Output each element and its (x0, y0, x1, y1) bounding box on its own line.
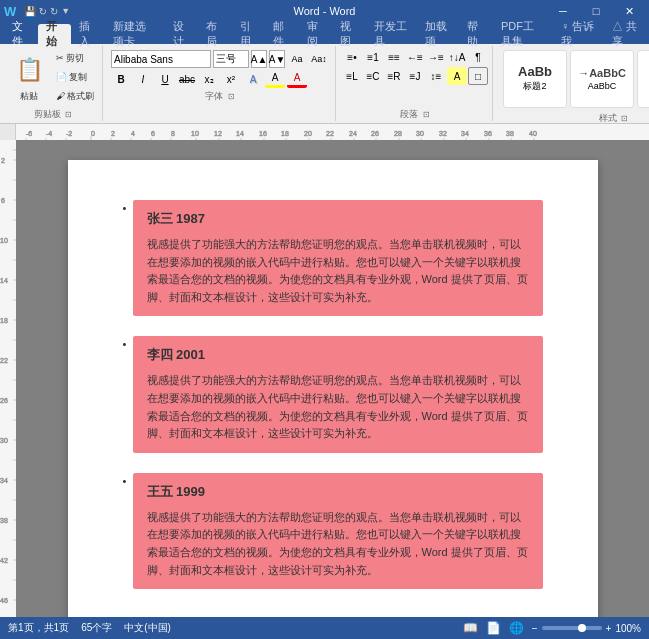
tab-share[interactable]: △ 共享 (604, 24, 649, 44)
line-spacing-button[interactable]: ↕≡ (426, 67, 446, 85)
show-marks-button[interactable]: ¶ (468, 48, 488, 66)
save-icon[interactable]: 💾 (24, 6, 36, 17)
increase-indent-button[interactable]: →≡ (426, 48, 446, 66)
svg-text:10: 10 (191, 130, 199, 137)
zoom-in-button[interactable]: + (606, 623, 612, 634)
tab-file[interactable]: 文件 (4, 24, 38, 44)
font-name-input[interactable] (111, 50, 211, 68)
content-block-1[interactable]: 张三 1987 视感提供了功能强大的方法帮助您证明您的观点。当您单击联机视频时，… (133, 200, 543, 316)
font-area: A▲ A▼ Aa Aa↕ B I U abc x₂ x² A A A (109, 48, 331, 88)
cut-button[interactable]: ✂ 剪切 (52, 49, 98, 67)
tab-tell[interactable]: ♀ 告诉我 (553, 24, 604, 44)
font-size-decrease-button[interactable]: A▼ (269, 50, 285, 68)
web-view-button[interactable]: 🌐 (509, 621, 524, 635)
align-left-button[interactable]: ≡L (342, 67, 362, 85)
item-title-1: 张三 1987 (147, 210, 529, 228)
item-body-2: 视感提供了功能强大的方法帮助您证明您的观点。当您单击联机视频时，可以在想要添加的… (147, 372, 529, 442)
quick-access-toolbar: 💾 ↺ ↻ ▼ (24, 6, 70, 17)
svg-text:34: 34 (0, 477, 8, 484)
item-body-3: 视感提供了功能强大的方法帮助您证明您的观点。当您单击联机视频时，可以在想要添加的… (147, 509, 529, 579)
svg-text:-6: -6 (26, 130, 32, 137)
svg-text:42: 42 (0, 557, 8, 564)
list-item: • 李四 2001 视感提供了功能强大的方法帮助您证明您的观点。当您单击联机视频… (123, 336, 543, 452)
style-heading2[interactable]: →AaBbC AaBbC (570, 50, 634, 108)
title-bar-center: Word - Word (294, 5, 356, 17)
tab-layout[interactable]: 布局 (198, 24, 232, 44)
svg-text:14: 14 (0, 277, 8, 284)
para-expand-icon[interactable]: ⊡ (423, 110, 430, 119)
clipboard-expand-icon[interactable]: ⊡ (65, 110, 72, 119)
change-case-button[interactable]: Aa↕ (309, 50, 329, 68)
language: 中文(中国) (124, 621, 171, 635)
tab-dev[interactable]: 开发工具 (366, 24, 417, 44)
bullets-button[interactable]: ≡• (342, 48, 362, 66)
paragraph-group: ≡• ≡1 ≡≡ ←≡ →≡ ↑↓A ¶ ≡L ≡C ≡R ≡J ↕≡ A □ … (338, 46, 493, 121)
content-block-3[interactable]: 王五 1999 视感提供了功能强大的方法帮助您证明您的观点。当您单击联机视频时，… (133, 473, 543, 589)
svg-text:8: 8 (171, 130, 175, 137)
page-scroll[interactable]: • 张三 1987 视感提供了功能强大的方法帮助您证明您的观点。当您单击联机视频… (16, 140, 649, 617)
superscript-button[interactable]: x² (221, 70, 241, 88)
svg-text:4: 4 (131, 130, 135, 137)
horizontal-ruler: -6 -4 -2 0 2 4 6 8 10 12 14 16 18 20 22 … (16, 124, 649, 140)
bullet-dot-1: • (123, 200, 133, 316)
tab-addin[interactable]: 加载项 (417, 24, 459, 44)
subscript-button[interactable]: x₂ (199, 70, 219, 88)
font-size-input[interactable] (213, 50, 249, 68)
align-center-button[interactable]: ≡C (363, 67, 383, 85)
tab-view[interactable]: 视图 (332, 24, 366, 44)
sort-button[interactable]: ↑↓A (447, 48, 467, 66)
zoom-out-button[interactable]: − (532, 623, 538, 634)
border-button[interactable]: □ (468, 67, 488, 85)
bold-button[interactable]: B (111, 70, 131, 88)
clear-format-button[interactable]: Aa (287, 50, 307, 68)
customize-icon[interactable]: ▼ (61, 6, 70, 16)
clipboard-group: 📋 粘贴 ✂ 剪切 📄 复制 🖌 格式刷 剪贴板 ⊡ (4, 46, 103, 121)
tab-mail[interactable]: 邮件 (265, 24, 299, 44)
zoom-slider[interactable] (542, 626, 602, 630)
italic-button[interactable]: I (133, 70, 153, 88)
text-effect-button[interactable]: A (243, 70, 263, 88)
highlight-button[interactable]: A (265, 70, 285, 88)
style-normal[interactable]: AaBb 标题2 (503, 50, 567, 108)
word-count: 65个字 (81, 621, 112, 635)
tab-help[interactable]: 帮助 (459, 24, 493, 44)
font-size-increase-button[interactable]: A▲ (251, 50, 267, 68)
page-view-button[interactable]: 📄 (486, 621, 501, 635)
clipboard-label: 剪贴板 ⊡ (34, 108, 73, 121)
redo-icon[interactable]: ↻ (50, 6, 58, 17)
underline-button[interactable]: U (155, 70, 175, 88)
paste-button[interactable]: 📋 粘贴 (8, 49, 50, 105)
tab-design[interactable]: 设计 (165, 24, 199, 44)
svg-text:26: 26 (0, 397, 8, 404)
justify-button[interactable]: ≡J (405, 67, 425, 85)
cut-icon: ✂ (56, 53, 64, 63)
svg-text:18: 18 (0, 317, 8, 324)
copy-button[interactable]: 📄 复制 (52, 68, 98, 86)
align-right-button[interactable]: ≡R (384, 67, 404, 85)
styles-expand-icon[interactable]: ⊡ (621, 114, 628, 123)
tab-pdf[interactable]: PDF工具集 (493, 24, 553, 44)
tab-new[interactable]: 新建选项卡 (105, 24, 165, 44)
read-view-button[interactable]: 📖 (463, 621, 478, 635)
cut-copy-format-group: ✂ 剪切 📄 复制 🖌 格式刷 (52, 49, 98, 105)
font-expand-icon[interactable]: ⊡ (228, 92, 235, 101)
shading-button[interactable]: A (447, 67, 467, 85)
tab-ref[interactable]: 引用 (232, 24, 266, 44)
numbering-button[interactable]: ≡1 (363, 48, 383, 66)
strikethrough-button[interactable]: abc (177, 70, 197, 88)
svg-text:28: 28 (394, 130, 402, 137)
font-color-button[interactable]: A (287, 70, 307, 88)
content-block-2[interactable]: 李四 2001 视感提供了功能强大的方法帮助您证明您的观点。当您单击联机视频时，… (133, 336, 543, 452)
undo-icon[interactable]: ↺ (39, 6, 47, 17)
tab-review[interactable]: 审阅 (299, 24, 333, 44)
multilevel-button[interactable]: ≡≡ (384, 48, 404, 66)
style-heading4[interactable]: AaBbC 标题4 (637, 50, 649, 108)
tab-home[interactable]: 开始 (38, 24, 72, 44)
decrease-indent-button[interactable]: ←≡ (405, 48, 425, 66)
bullet-dot-3: • (123, 473, 133, 589)
ruler-svg: -6 -4 -2 0 2 4 6 8 10 12 14 16 18 20 22 … (16, 124, 649, 140)
tab-insert[interactable]: 插入 (71, 24, 105, 44)
svg-text:0: 0 (91, 130, 95, 137)
format-painter-button[interactable]: 🖌 格式刷 (52, 87, 98, 105)
document-area: 2 6 10 14 18 22 26 30 34 38 42 (0, 140, 649, 617)
